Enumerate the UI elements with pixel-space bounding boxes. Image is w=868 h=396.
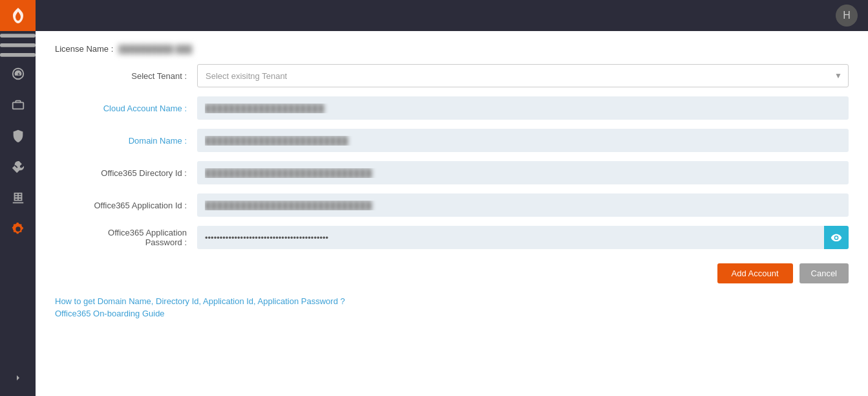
cloud-account-name-label: Cloud Account Name : xyxy=(55,104,197,113)
sidebar xyxy=(0,0,36,396)
chevron-right-icon xyxy=(13,373,23,383)
domain-name-label: Domain Name : xyxy=(55,136,197,146)
select-tenant-row: Select Tenant : Select exisitng Tenant ▼ xyxy=(55,64,849,87)
hamburger-menu[interactable] xyxy=(0,32,36,58)
select-tenant-wrapper: Select exisitng Tenant ▼ xyxy=(197,64,849,87)
sidebar-item-shield[interactable] xyxy=(0,120,36,151)
app-logo[interactable] xyxy=(0,0,36,31)
settings-icon xyxy=(11,222,25,236)
license-value: ██████████ ███ xyxy=(118,45,192,54)
add-account-button[interactable]: Add Account xyxy=(717,263,793,283)
app-password-input[interactable] xyxy=(197,226,824,249)
briefcase-icon xyxy=(11,98,25,112)
app-password-row: Office365 Application Password : xyxy=(55,226,849,249)
help-link-onboarding[interactable]: Office365 On-boarding Guide xyxy=(55,309,849,318)
domain-name-input[interactable] xyxy=(197,129,849,152)
sidebar-item-dashboard[interactable] xyxy=(0,58,36,89)
sidebar-item-tools[interactable] xyxy=(0,151,36,182)
sidebar-expand-button[interactable] xyxy=(0,366,36,390)
directory-id-label: Office365 Directory Id : xyxy=(55,168,197,178)
logo-icon xyxy=(9,6,27,25)
eye-icon xyxy=(831,232,842,243)
select-tenant-label: Select Tenant : xyxy=(55,71,197,81)
sidebar-item-briefcase[interactable] xyxy=(0,89,36,120)
sidebar-item-settings[interactable] xyxy=(0,214,36,245)
cloud-account-name-row: Cloud Account Name : xyxy=(55,96,849,120)
license-name-row: License Name : ██████████ ███ xyxy=(55,44,849,54)
topbar: H xyxy=(36,0,868,31)
toggle-password-button[interactable] xyxy=(824,226,849,249)
shield-icon xyxy=(11,129,25,143)
app-password-label2: Password : xyxy=(55,237,187,247)
cloud-account-name-input[interactable] xyxy=(197,96,849,120)
svg-rect-0 xyxy=(0,34,36,38)
svg-rect-1 xyxy=(0,43,36,47)
user-avatar[interactable]: H xyxy=(836,5,858,27)
svg-rect-2 xyxy=(0,52,36,56)
application-id-row: Office365 Application Id : xyxy=(55,193,849,217)
actions-row: Add Account Cancel xyxy=(55,263,849,283)
building-icon xyxy=(11,191,25,205)
app-password-label: Office365 Application xyxy=(55,228,187,237)
application-id-label: Office365 Application Id : xyxy=(55,201,197,210)
cancel-button[interactable]: Cancel xyxy=(799,263,849,283)
app-password-input-wrapper xyxy=(197,226,849,249)
help-links-section: How to get Domain Name, Directory Id, Ap… xyxy=(55,296,849,321)
avatar-initial: H xyxy=(843,10,851,21)
main-content: License Name : ██████████ ███ Select Ten… xyxy=(36,31,868,396)
help-link-domain[interactable]: How to get Domain Name, Directory Id, Ap… xyxy=(55,296,849,306)
sidebar-item-building[interactable] xyxy=(0,182,36,214)
directory-id-row: Office365 Directory Id : xyxy=(55,161,849,184)
tools-icon xyxy=(11,160,25,174)
application-id-input[interactable] xyxy=(197,193,849,217)
select-tenant-input[interactable]: Select exisitng Tenant xyxy=(197,64,849,87)
directory-id-input[interactable] xyxy=(197,161,849,184)
domain-name-row: Domain Name : xyxy=(55,129,849,152)
license-label: License Name : xyxy=(55,44,113,54)
gauge-icon xyxy=(11,67,25,81)
